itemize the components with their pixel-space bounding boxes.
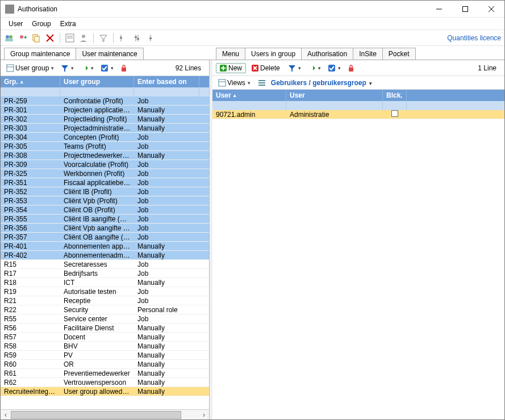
user-add-icon[interactable] <box>18 33 28 43</box>
tab-user-maintenance[interactable]: User maintenance <box>76 48 143 60</box>
table-row[interactable]: PR-304Concepten (Profit)Job <box>1 133 209 142</box>
col-user[interactable]: User▴ <box>212 90 286 101</box>
quantities-licence-link[interactable]: Quantities licence <box>447 34 501 42</box>
table-row[interactable]: PR-356Cliënt Vpb aangifte (ProfJob <box>1 224 209 233</box>
table-row[interactable]: R22SecurityPersonal role <box>1 305 209 314</box>
cell-user-group: Cliënt OB aangifte (Profit <box>60 233 134 241</box>
table-row[interactable]: R62VertrouwenspersoonManually <box>1 378 209 387</box>
new-button[interactable]: New <box>216 63 246 73</box>
user-group-dropdown[interactable]: User group ▾ <box>4 62 56 74</box>
menu-extra[interactable]: Extra <box>56 19 81 29</box>
table-row[interactable]: PR-259Confrontatie (Profit)Job <box>1 96 209 106</box>
tab-insite[interactable]: InSite <box>353 48 383 60</box>
scroll-thumb[interactable] <box>11 411 181 419</box>
filter-icon[interactable] <box>98 33 108 43</box>
right-row-count: 1 Line <box>478 64 501 72</box>
table-row[interactable]: PR-302Projectleiding (Profit)Manually <box>1 115 209 124</box>
tab-group-maintenance[interactable]: Group maintenance <box>4 48 76 60</box>
go-dropdown[interactable]: ▾ <box>78 62 96 74</box>
check-dropdown[interactable]: ▾ <box>325 62 343 74</box>
users-icon[interactable] <box>4 33 14 43</box>
table-row[interactable]: R61PreventiemedewerkerManually <box>1 369 209 378</box>
table-row[interactable]: 90721.adminAdministratie <box>212 110 504 119</box>
table-row[interactable]: PR-351Fiscaal applicatiebeheerJob <box>1 178 209 187</box>
close-button[interactable] <box>478 1 504 18</box>
minimize-button[interactable] <box>426 1 452 18</box>
delete-button[interactable]: Delete <box>248 64 283 73</box>
tab-authorisation[interactable]: Authorisation <box>301 48 353 60</box>
lock-button[interactable] <box>345 62 357 74</box>
delete-icon[interactable] <box>45 33 55 43</box>
cell-user-group: Fiscaal applicatiebeheer <box>60 179 134 187</box>
slider-icon[interactable] <box>118 33 128 43</box>
left-filter-row[interactable] <box>1 87 209 96</box>
maximize-button[interactable] <box>452 1 478 18</box>
go-dropdown[interactable]: ▾ <box>306 62 323 74</box>
col-enter-based-on[interactable]: Enter based on <box>134 76 199 87</box>
table-row[interactable]: R55Service centerJob <box>1 314 209 324</box>
col-grp[interactable]: Grp.▴ <box>1 76 60 87</box>
left-grid[interactable]: Grp.▴ User group Enter based on PR-259Co… <box>1 76 209 409</box>
table-row[interactable]: PR-301Projecten applicatiebeheManually <box>1 106 209 115</box>
check-dropdown[interactable]: ▾ <box>98 62 116 74</box>
tab-pocket[interactable]: Pocket <box>382 48 416 60</box>
table-row[interactable]: R60ORManually <box>1 360 209 369</box>
table-row[interactable]: PR-401Abonnementen applicatiManually <box>1 242 209 251</box>
filter-dropdown[interactable]: ▾ <box>59 62 76 74</box>
lock-button[interactable] <box>118 62 130 74</box>
filter-dropdown[interactable]: ▾ <box>286 62 303 74</box>
tab-users-in-group[interactable]: Users in group <box>245 48 302 60</box>
checkbox-icon[interactable] <box>391 110 398 117</box>
table-row[interactable]: PR-305Teams (Profit)Job <box>1 142 209 151</box>
table-row[interactable]: PR-354Cliënt OB (Profit)Job <box>1 205 209 215</box>
table-row[interactable]: R17BedrijfsartsJob <box>1 269 209 278</box>
slider2-icon[interactable] <box>132 33 142 43</box>
views-list-icon[interactable] <box>256 77 268 89</box>
table-row[interactable]: PR-352Cliënt IB (Profit)Job <box>1 187 209 196</box>
col-user-name[interactable]: User <box>286 90 383 101</box>
right-panehead: New Delete ▾ ▾ ▾ <box>212 60 504 76</box>
cell-grp: PR-302 <box>1 115 60 123</box>
table-row[interactable]: RecruiteeIntegrationUser group allowed t… <box>1 387 209 396</box>
right-filter-row[interactable] <box>212 101 504 110</box>
table-row[interactable]: PR-353Cliënt Vpb (Profit)Job <box>1 196 209 205</box>
table-row[interactable]: R19Autorisatie testenJob <box>1 287 209 296</box>
left-horizontal-scrollbar[interactable]: ‹ › <box>1 409 209 419</box>
cell-enter-based-on: Job <box>134 161 199 169</box>
table-row[interactable]: R21ReceptieJob <box>1 296 209 305</box>
table-row[interactable]: PR-303Projectadministratie (ProfManually <box>1 124 209 133</box>
person-icon[interactable] <box>78 33 89 43</box>
copy-icon[interactable] <box>31 33 41 43</box>
table-row[interactable]: R18ICTManually <box>1 278 209 287</box>
table-row[interactable]: R15SecretaressesJob <box>1 260 209 269</box>
cell-enter-based-on: Manually <box>134 388 199 396</box>
col-blocked[interactable]: Blck. <box>383 90 407 101</box>
right-grid[interactable]: User▴ User Blck. 90721.adminAdministrati… <box>212 90 504 419</box>
caret-icon: ▾ <box>318 65 321 71</box>
table-row[interactable]: R59PVManually <box>1 351 209 360</box>
left-tabs: Group maintenance User maintenance <box>1 46 210 60</box>
table-row[interactable]: PR-325Werkbonnen (Profit)Job <box>1 169 209 178</box>
col-user-group[interactable]: User group <box>60 76 134 87</box>
views-dropdown[interactable]: Views ▾ <box>216 77 253 89</box>
table-row[interactable]: R56Facilitaire DienstManually <box>1 324 209 333</box>
tab-menu[interactable]: Menu <box>216 48 245 60</box>
scroll-right-button[interactable]: › <box>199 410 209 419</box>
table-row[interactable]: PR-357Cliënt OB aangifte (ProfitJob <box>1 233 209 242</box>
table-row[interactable]: R57DocentManually <box>1 333 209 342</box>
form-icon[interactable] <box>65 33 75 43</box>
menu-user[interactable]: User <box>4 19 27 29</box>
table-row[interactable]: PR-402AbonnementenadministrManually <box>1 251 209 260</box>
menu-group[interactable]: Group <box>27 19 55 29</box>
table-row[interactable]: PR-308Projectmedewerker (ProfManually <box>1 151 209 160</box>
table-row[interactable]: R58BHVManually <box>1 342 209 351</box>
view-path[interactable]: Gebruikers / gebruikersgroep ▾ <box>271 79 372 87</box>
cell-blocked[interactable] <box>383 110 407 119</box>
scroll-track[interactable] <box>11 410 199 419</box>
cell-enter-based-on: Job <box>134 315 199 323</box>
slider3-icon[interactable] <box>145 33 156 43</box>
scroll-left-button[interactable]: ‹ <box>1 410 11 419</box>
cell-grp: PR-301 <box>1 106 60 114</box>
table-row[interactable]: PR-309Voorcalculatie (Profit)Job <box>1 160 209 169</box>
table-row[interactable]: PR-355Cliënt IB aangifte (Profit)Job <box>1 215 209 224</box>
